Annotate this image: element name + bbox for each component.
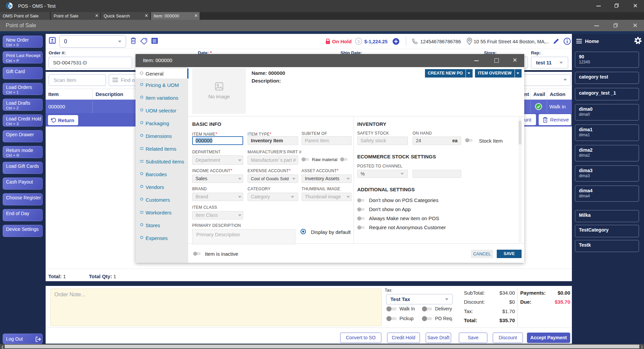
- svg-text:$: $: [357, 39, 360, 44]
